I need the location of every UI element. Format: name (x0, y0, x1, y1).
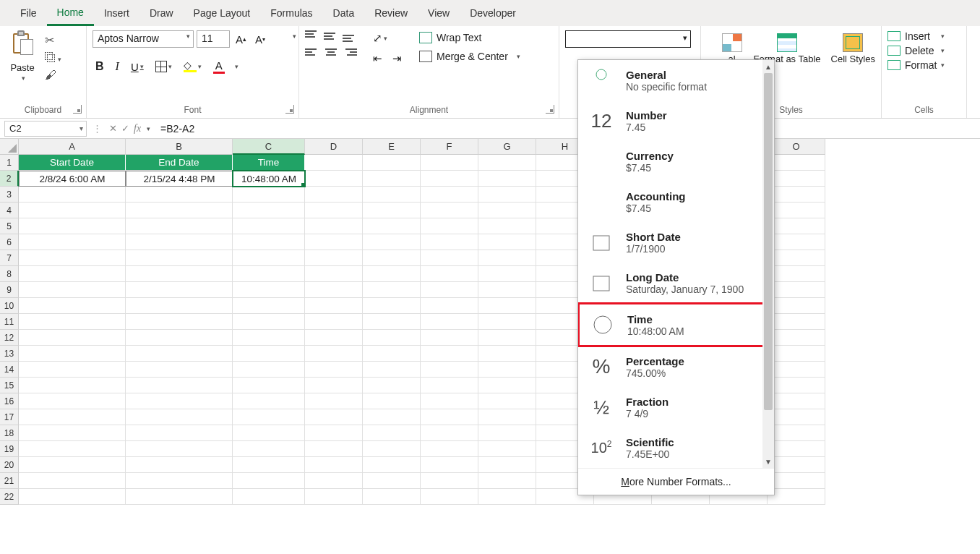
cell-O16[interactable] (768, 393, 825, 409)
cell-F11[interactable] (421, 314, 478, 330)
cell-E14[interactable] (363, 362, 421, 378)
row-header-11[interactable]: 11 (0, 314, 19, 330)
cell-A14[interactable] (19, 362, 126, 378)
cell-F18[interactable] (421, 425, 478, 441)
align-left-button[interactable] (305, 46, 319, 58)
cell-A1[interactable]: Start Date (19, 155, 126, 171)
row-header-21[interactable]: 21 (0, 473, 19, 489)
col-header-B[interactable]: B (126, 139, 233, 155)
cell-C17[interactable] (233, 409, 305, 425)
cell-G13[interactable] (478, 346, 536, 362)
cell-B2[interactable]: 2/15/24 4:48 PM (126, 171, 233, 187)
cell-F4[interactable] (421, 203, 478, 218)
name-box[interactable]: C2 (4, 121, 87, 137)
cell-C11[interactable] (233, 314, 305, 330)
cell-A17[interactable] (19, 409, 126, 425)
row-header-12[interactable]: 12 (0, 330, 19, 346)
format-painter-button[interactable]: 🖌 (45, 69, 61, 82)
cell-D18[interactable] (305, 425, 363, 441)
cell-O11[interactable] (768, 314, 825, 330)
cell-F16[interactable] (421, 393, 478, 409)
number-format-select[interactable] (565, 30, 691, 48)
cell-O17[interactable] (768, 409, 825, 425)
cell-B3[interactable] (126, 187, 233, 203)
cell-C5[interactable] (233, 218, 305, 234)
cell-D17[interactable] (305, 409, 363, 425)
cell-G21[interactable] (478, 473, 536, 489)
cell-D1[interactable] (305, 155, 363, 171)
cell-O1[interactable] (768, 155, 825, 171)
cell-B6[interactable] (126, 234, 233, 250)
font-launcher[interactable] (285, 105, 294, 114)
cell-F8[interactable] (421, 266, 478, 282)
cell-O15[interactable] (768, 378, 825, 393)
cell-E18[interactable] (363, 425, 421, 441)
tab-pagelayout[interactable]: Page Layout (184, 1, 261, 25)
col-header-E[interactable]: E (363, 139, 421, 155)
cell-C8[interactable] (233, 266, 305, 282)
row-header-5[interactable]: 5 (0, 218, 19, 234)
row-header-22[interactable]: 22 (0, 489, 19, 505)
fill-color-button[interactable]: ▾ (181, 59, 205, 74)
cell-G6[interactable] (478, 234, 536, 250)
cell-F15[interactable] (421, 378, 478, 393)
row-header-8[interactable]: 8 (0, 266, 19, 282)
cell-G18[interactable] (478, 425, 536, 441)
format-option-time[interactable]: Time10:48:00 AM (578, 302, 774, 347)
cell-O7[interactable] (768, 250, 825, 266)
clipboard-launcher[interactable] (73, 105, 82, 114)
row-header-10[interactable]: 10 (0, 298, 19, 314)
cell-A8[interactable] (19, 266, 126, 282)
cell-styles-button[interactable]: Cell Styles (831, 33, 875, 65)
cell-A5[interactable] (19, 218, 126, 234)
cell-D11[interactable] (305, 314, 363, 330)
cell-B16[interactable] (126, 393, 233, 409)
cell-D15[interactable] (305, 378, 363, 393)
cell-D3[interactable] (305, 187, 363, 203)
tab-file[interactable]: File (10, 1, 47, 25)
cell-G14[interactable] (478, 362, 536, 378)
cell-O13[interactable] (768, 346, 825, 362)
col-header-A[interactable]: A (19, 139, 126, 155)
row-header-6[interactable]: 6 (0, 234, 19, 250)
cell-F10[interactable] (421, 298, 478, 314)
align-middle-button[interactable] (324, 30, 338, 42)
fx-button[interactable]: fx (134, 123, 141, 135)
formula-input[interactable]: =B2-A2 (155, 122, 980, 136)
cell-D21[interactable] (305, 473, 363, 489)
cell-G5[interactable] (478, 218, 536, 234)
cell-B21[interactable] (126, 473, 233, 489)
cell-G15[interactable] (478, 378, 536, 393)
format-option-number[interactable]: 12Number7.45 (578, 101, 774, 141)
row-header-7[interactable]: 7 (0, 250, 19, 266)
cell-E19[interactable] (363, 441, 421, 457)
cell-E1[interactable] (363, 155, 421, 171)
format-cells-button[interactable]: Format▾ (887, 59, 945, 71)
row-header-20[interactable]: 20 (0, 457, 19, 473)
cell-B17[interactable] (126, 409, 233, 425)
cell-D19[interactable] (305, 441, 363, 457)
cell-B1[interactable]: End Date (126, 155, 233, 171)
cell-G1[interactable] (478, 155, 536, 171)
cell-C1[interactable]: Time (233, 155, 305, 171)
cell-F6[interactable] (421, 234, 478, 250)
cell-F5[interactable] (421, 218, 478, 234)
cell-E2[interactable] (363, 171, 421, 187)
cell-O6[interactable] (768, 234, 825, 250)
tab-insert[interactable]: Insert (94, 1, 139, 25)
increase-indent-button[interactable]: ⇥ (390, 51, 405, 67)
cell-F12[interactable] (421, 330, 478, 346)
cell-B18[interactable] (126, 425, 233, 441)
row-header-16[interactable]: 16 (0, 393, 19, 409)
cell-C15[interactable] (233, 378, 305, 393)
cell-A4[interactable] (19, 203, 126, 218)
cell-G20[interactable] (478, 457, 536, 473)
cell-D16[interactable] (305, 393, 363, 409)
cell-O20[interactable] (768, 457, 825, 473)
font-size-select[interactable]: 11▾ (197, 30, 230, 48)
row-header-14[interactable]: 14 (0, 362, 19, 378)
format-option-scientific[interactable]: 102Scientific7.45E+00 (578, 427, 774, 468)
cell-D9[interactable] (305, 282, 363, 298)
cell-B8[interactable] (126, 266, 233, 282)
alignment-launcher[interactable] (546, 105, 554, 114)
